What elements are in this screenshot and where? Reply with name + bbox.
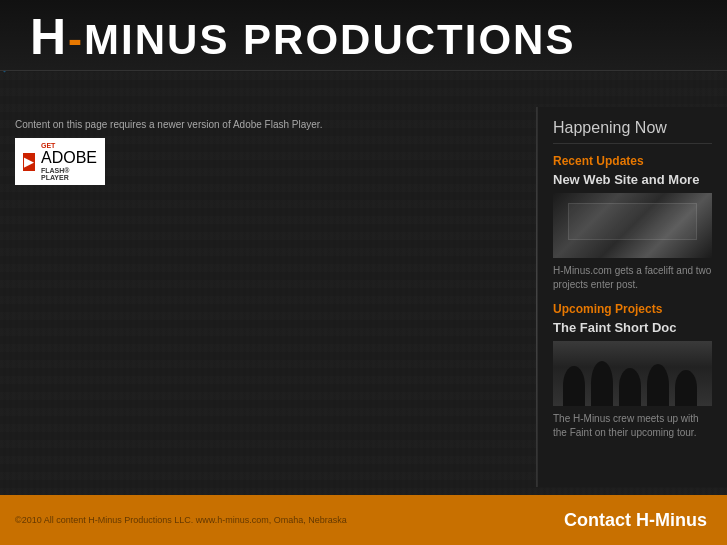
footer: ©2010 All content H-Minus Productions LL… <box>0 495 727 545</box>
recent-updates-title: New Web Site and More <box>553 172 712 187</box>
happening-now-title: Happening Now <box>553 119 712 144</box>
upcoming-projects-label: Upcoming Projects <box>553 302 712 316</box>
site-header: H-MINUS PRODUCTIONS <box>0 0 727 71</box>
upcoming-projects-title: The Faint Short Doc <box>553 320 712 335</box>
flash-text: Get ADOBE FLASH® PLAYER <box>41 142 97 181</box>
title-rest: MINUS PRODUCTIONS <box>84 16 575 63</box>
recent-updates-description: H-Minus.com gets a facelift and two proj… <box>553 264 712 292</box>
site-title: H-MINUS PRODUCTIONS <box>20 12 707 62</box>
flash-label-bottom: FLASH® PLAYER <box>41 167 97 181</box>
upcoming-projects-image[interactable] <box>553 341 712 406</box>
main-content: Content on this page requires a newer ve… <box>0 107 727 487</box>
right-panel: Happening Now Recent Updates New Web Sit… <box>537 107 727 487</box>
flash-icon: ▶ <box>23 153 35 171</box>
upcoming-projects-description: The H-Minus crew meets up with the Faint… <box>553 412 712 440</box>
footer-copyright: ©2010 All content H-Minus Productions LL… <box>15 515 347 525</box>
left-panel: Content on this page requires a newer ve… <box>0 107 537 487</box>
recent-updates-image[interactable] <box>553 193 712 258</box>
recent-updates-label: Recent Updates <box>553 154 712 168</box>
panel-divider <box>536 107 537 487</box>
flash-label-top: ADOBE <box>41 149 97 167</box>
title-h: H <box>30 9 68 65</box>
flash-badge[interactable]: ▶ Get ADOBE FLASH® PLAYER <box>15 138 105 185</box>
flash-label-get: Get <box>41 142 97 149</box>
flash-notice: Content on this page requires a newer ve… <box>15 119 522 130</box>
title-minus: - <box>68 16 84 63</box>
footer-contact-link[interactable]: Contact H-Minus <box>564 510 707 531</box>
